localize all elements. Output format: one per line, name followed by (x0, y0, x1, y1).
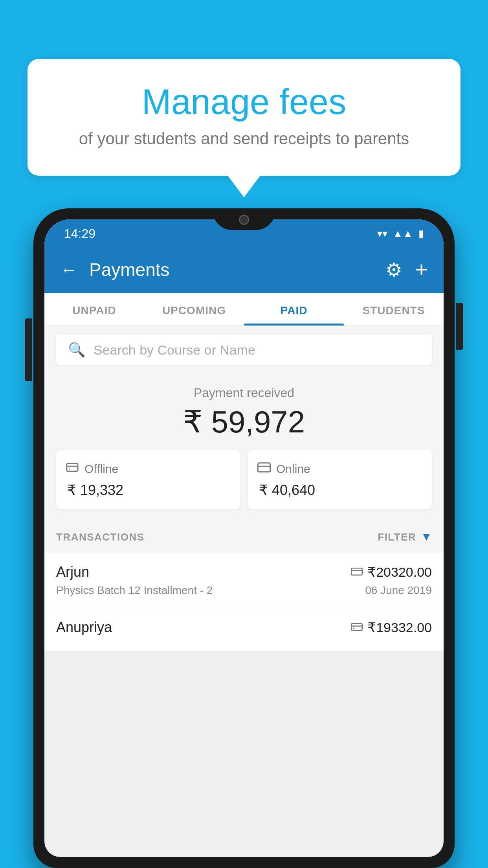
phone-screen: 14:29 ▾▾ ▲▲ ▮ ← Payments ⚙ + (44, 219, 444, 857)
transactions-header: TRANSACTIONS FILTER ▼ (44, 521, 444, 553)
app-bar-right: ⚙ + (385, 257, 428, 282)
app-bar: ← Payments ⚙ + (44, 246, 444, 293)
transaction-amount: ₹19332.00 (367, 620, 432, 635)
transaction-row-bottom: Physics Batch 12 Installment - 2 06 June… (56, 584, 432, 597)
speech-bubble: Manage fees of your students and send re… (28, 59, 460, 176)
wifi-icon: ▾▾ (377, 228, 387, 240)
offline-payment-icon (351, 621, 363, 634)
offline-amount: ₹ 19,332 (66, 482, 231, 498)
search-placeholder: Search by Course or Name (94, 342, 255, 358)
offline-card-header: Offline (66, 461, 231, 477)
transaction-name: Arjun (56, 564, 89, 580)
online-label: Online (276, 462, 310, 476)
transaction-amount: ₹20320.00 (367, 564, 432, 580)
back-button[interactable]: ← (60, 261, 77, 278)
payment-cards: Offline ₹ 19,332 (56, 450, 432, 509)
offline-label: Offline (84, 462, 118, 476)
offline-card: Offline ₹ 19,332 (56, 450, 240, 509)
speech-bubble-container: Manage fees of your students and send re… (28, 59, 460, 176)
online-icon (257, 461, 271, 477)
transaction-row-top: Arjun ₹20320.00 (56, 564, 432, 580)
tabs-container: UNPAID UPCOMING PAID STUDENTS (44, 293, 444, 326)
svg-rect-5 (351, 568, 362, 575)
search-container: 🔍 Search by Course or Name (44, 326, 444, 374)
payment-received-label: Payment received (56, 386, 432, 400)
tab-students[interactable]: STUDENTS (344, 293, 444, 326)
app-bar-left: ← Payments (60, 259, 170, 280)
offline-icon (66, 461, 79, 477)
notch (213, 208, 275, 230)
tab-upcoming[interactable]: UPCOMING (144, 293, 244, 326)
transaction-row-top: Anupriya ₹19332.00 (56, 619, 432, 636)
transaction-item[interactable]: Anupriya ₹19332.00 (44, 608, 444, 651)
battery-icon: ▮ (418, 228, 424, 240)
app-bar-title: Payments (89, 259, 170, 280)
tab-paid[interactable]: PAID (244, 293, 344, 326)
svg-rect-3 (258, 463, 270, 472)
payment-amount: ₹ 59,972 (56, 404, 432, 440)
tab-unpaid[interactable]: UNPAID (44, 293, 144, 326)
phone-container: 14:29 ▾▾ ▲▲ ▮ ← Payments ⚙ + (33, 208, 455, 868)
svg-rect-7 (351, 623, 362, 631)
filter-icon: ▼ (421, 531, 432, 543)
settings-icon[interactable]: ⚙ (385, 259, 402, 281)
transaction-amount-wrap: ₹19332.00 (351, 620, 432, 635)
bubble-title: Manage fees (59, 83, 429, 121)
phone-outer: 14:29 ▾▾ ▲▲ ▮ ← Payments ⚙ + (33, 208, 455, 868)
svg-rect-0 (67, 463, 78, 471)
filter-label: FILTER (378, 531, 416, 543)
online-amount: ₹ 40,640 (257, 482, 422, 498)
transactions-list: Arjun ₹20320.00 Physics (44, 553, 444, 651)
search-input-wrap[interactable]: 🔍 Search by Course or Name (56, 335, 432, 365)
payment-summary: Payment received ₹ 59,972 (44, 374, 444, 521)
transaction-name: Anupriya (56, 619, 112, 636)
transaction-course: Physics Batch 12 Installment - 2 (56, 584, 213, 597)
transaction-item[interactable]: Arjun ₹20320.00 Physics (44, 553, 444, 608)
bubble-subtitle: of your students and send receipts to pa… (59, 129, 429, 148)
status-icons: ▾▾ ▲▲ ▮ (377, 228, 424, 240)
online-card-header: Online (257, 461, 422, 477)
online-card: Online ₹ 40,640 (248, 450, 432, 509)
search-icon: 🔍 (68, 342, 86, 358)
add-button[interactable]: + (415, 257, 428, 282)
signal-icon: ▲▲ (393, 228, 413, 240)
transactions-label: TRANSACTIONS (56, 531, 145, 543)
camera (239, 215, 249, 225)
transaction-amount-wrap: ₹20320.00 (351, 564, 432, 580)
status-time: 14:29 (64, 226, 95, 241)
transaction-date: 06 June 2019 (365, 584, 432, 597)
online-payment-icon (351, 565, 363, 579)
filter-container[interactable]: FILTER ▼ (378, 531, 432, 543)
